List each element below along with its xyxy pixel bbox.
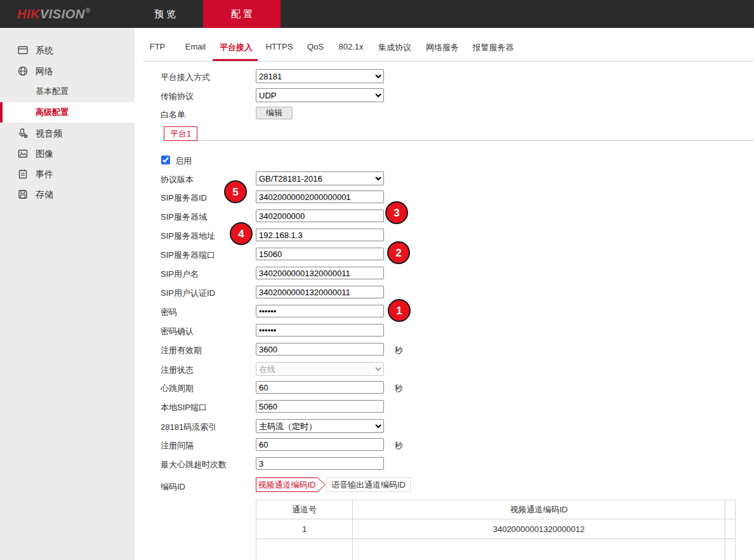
enable-checkbox[interactable] <box>161 156 170 164</box>
whitelist-edit-button[interactable]: 编辑 <box>256 107 293 119</box>
top-header-bar: HIKVISION® 预 览 配 置 <box>0 0 754 28</box>
local-sip-port-input[interactable] <box>256 400 384 413</box>
sidebar-item-label: 基本配置 <box>36 81 69 102</box>
hikvision-logo: HIKVISION® <box>17 0 91 28</box>
tab-alarm-server[interactable]: 报警服务器 <box>473 42 514 53</box>
col-header-spacer <box>725 500 736 519</box>
tab-platform-access[interactable]: 平台接入 <box>220 42 253 53</box>
cell-encode-id: 34020000001320000012 <box>353 519 725 539</box>
field-label-max-heartbeat-timeout: 最大心跳超时次数 <box>161 459 227 470</box>
tab-https[interactable]: HTTPS <box>266 42 293 51</box>
cell-spacer <box>725 519 736 539</box>
sidebar-nav: 系统 网络 基本配置 高级配置 视音频 图像 <box>0 28 135 560</box>
sidebar-item-storage[interactable]: 存储 <box>0 184 135 204</box>
microphone-icon <box>18 128 28 138</box>
col-header-video-channel-encode-id: 视频通道编码ID <box>353 500 725 519</box>
nav-tab-preview[interactable]: 预 览 <box>148 0 182 28</box>
cell-spacer <box>725 539 736 560</box>
stream-index-select[interactable]: 主码流（定时） <box>256 419 384 433</box>
field-label-sip-server-port: SIP服务器端口 <box>161 250 215 261</box>
table-header-row: 通道号 视频通道编码ID <box>256 500 736 519</box>
sidebar-item-image[interactable]: 图像 <box>0 143 135 164</box>
col-header-channel-no: 通道号 <box>256 500 353 519</box>
tab-ftp[interactable]: FTP <box>150 42 166 51</box>
field-label-sip-auth-id: SIP用户认证ID <box>161 288 215 299</box>
logo-vision-text: VISION <box>40 7 85 22</box>
platform-section-divider <box>164 140 754 141</box>
transport-protocol-select[interactable]: UDP <box>256 88 384 102</box>
cell-channel-no: 1 <box>256 519 353 539</box>
field-label-sip-server-domain: SIP服务器域 <box>161 211 207 223</box>
field-label-transport-protocol: 传输协议 <box>161 91 194 102</box>
network-globe-icon <box>18 66 28 76</box>
hikvision-config-page: HIKVISION® 预 览 配 置 系统 网络 基本配置 高级配置 <box>0 0 754 560</box>
field-label-platform-access-mode: 平台接入方式 <box>161 72 210 83</box>
sip-server-port-input[interactable] <box>256 248 384 260</box>
tab-8021x[interactable]: 802.1x <box>338 42 363 51</box>
field-label-sip-username: SIP用户名 <box>161 269 199 280</box>
sidebar-item-basic-config[interactable]: 基本配置 <box>0 81 135 102</box>
step-badge-3: 3 <box>385 201 408 224</box>
tab-email[interactable]: Email <box>185 42 206 51</box>
sip-server-id-input[interactable] <box>256 190 384 203</box>
tabbar-divider <box>143 61 754 62</box>
field-label-sip-server-id: SIP服务器ID <box>161 192 207 204</box>
sidebar-item-network[interactable]: 网络 <box>0 61 135 81</box>
register-interval-input[interactable] <box>256 438 384 451</box>
tab-network-service[interactable]: 网络服务 <box>426 42 459 53</box>
sip-server-address-input[interactable] <box>256 229 384 241</box>
sidebar-item-advanced-config[interactable]: 高级配置 <box>0 102 135 123</box>
field-label-register-interval: 注册间隔 <box>161 440 194 451</box>
step-badge-1: 1 <box>388 299 411 322</box>
field-label-register-status: 注册状态 <box>161 364 194 376</box>
unit-seconds: 秒 <box>395 440 403 451</box>
field-label-sip-server-address: SIP服务器地址 <box>161 230 215 242</box>
sidebar-item-system[interactable]: 系统 <box>0 40 135 60</box>
field-label-password-confirm: 密码确认 <box>161 326 194 337</box>
sidebar-item-label: 事件 <box>36 164 53 184</box>
protocol-version-select[interactable]: GB/T28181-2016 <box>256 171 384 185</box>
sip-server-domain-input[interactable] <box>256 210 384 222</box>
image-icon <box>18 149 28 159</box>
step-badge-2: 2 <box>387 241 410 264</box>
sidebar-item-label: 系统 <box>36 40 53 60</box>
sidebar-item-label: 图像 <box>36 143 53 164</box>
field-label-register-validity: 注册有效期 <box>161 345 202 356</box>
sidebar-item-event[interactable]: 事件 <box>0 164 135 184</box>
field-label-protocol-version: 协议版本 <box>161 174 194 185</box>
encode-tab-video-channel[interactable]: 视频通道编码ID <box>256 477 317 492</box>
tab-qos[interactable]: QoS <box>307 42 324 51</box>
heartbeat-cycle-input[interactable] <box>256 381 384 394</box>
sidebar-item-label: 存储 <box>36 184 53 204</box>
password-confirm-input[interactable] <box>256 324 384 337</box>
sip-username-input[interactable] <box>256 267 384 279</box>
sidebar-item-label: 高级配置 <box>36 102 69 123</box>
table-row[interactable]: 1 34020000001320000012 <box>256 519 736 539</box>
table-row[interactable] <box>256 539 736 560</box>
registered-mark: ® <box>86 7 91 14</box>
sidebar-item-audio-video[interactable]: 视音频 <box>0 123 135 143</box>
event-notepad-icon <box>18 169 28 179</box>
unit-seconds: 秒 <box>395 383 403 394</box>
field-label-encode-id: 编码ID <box>161 481 185 493</box>
password-input[interactable] <box>256 305 384 317</box>
field-label-local-sip-port: 本地SIP端口 <box>161 402 207 413</box>
sip-auth-id-input[interactable] <box>256 286 384 298</box>
field-label-whitelist: 白名单 <box>161 109 185 121</box>
cell-encode-id <box>353 539 725 560</box>
tab-integration-protocol[interactable]: 集成协议 <box>378 42 411 53</box>
nav-tab-configuration[interactable]: 配 置 <box>203 0 281 28</box>
max-heartbeat-timeout-input[interactable] <box>256 457 384 470</box>
field-label-password: 密码 <box>161 307 177 318</box>
register-status-select: 在线 <box>256 362 384 376</box>
platform1-tab[interactable]: 平台1 <box>164 126 197 141</box>
encode-tab-audio-output-channel[interactable]: 语音输出通道编码ID <box>326 477 411 492</box>
logo-hik-text: HIK <box>17 7 40 22</box>
field-label-heartbeat-cycle: 心跳周期 <box>161 383 194 394</box>
platform-access-mode-select[interactable]: 28181 <box>256 69 384 83</box>
sidebar-item-label: 视音频 <box>36 123 62 143</box>
sidebar-item-label: 网络 <box>36 61 53 81</box>
register-validity-input[interactable] <box>256 343 384 356</box>
step-badge-5: 5 <box>224 180 247 203</box>
step-badge-4: 4 <box>230 222 253 245</box>
